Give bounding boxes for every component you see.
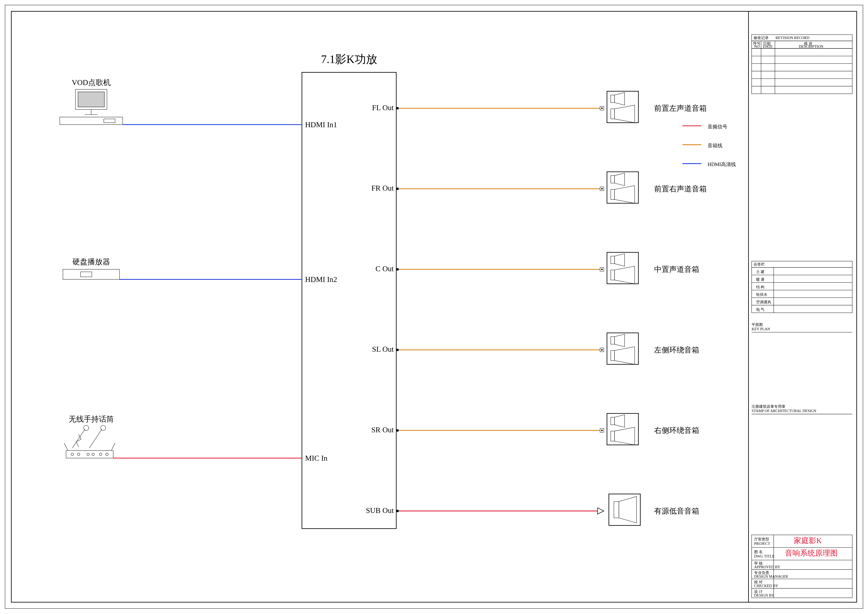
sl-port-label: SL Out [372,345,394,353]
fr-speaker-icon [607,172,639,203]
svg-rect-51 [752,261,852,267]
svg-text:DESIGN MANAGER: DESIGN MANAGER [754,574,788,578]
hdd-box-icon [63,269,119,279]
fl-port-label: FL Out [372,103,394,112]
c-speaker-label: 中置声道音箱 [654,265,699,274]
frame-inner [11,11,857,602]
hdmi-in2-label: HDMI In2 [305,275,337,283]
info-rows: 厅室类型 PROJECT 家庭影K 图 名 DWG TITLE 音响系统原理图 … [752,535,852,598]
svg-text:土 建: 土 建 [756,270,765,274]
output-fl: FL Out 前置左声道音箱 [372,91,707,123]
project-value: 家庭影K [794,536,822,545]
stamp-hdr: 注册建筑设章专用章 [752,404,786,409]
svg-point-11 [78,453,80,456]
svg-text:CHECKED BY: CHECKED BY [754,584,778,588]
keyplan-hdr: 平面图 [752,323,763,327]
svg-text:厅室类型: 厅室类型 [754,537,769,541]
svg-line-8 [64,443,68,451]
mic-receiver-icon [66,451,113,458]
svg-point-28 [396,510,399,512]
svg-line-4 [72,429,85,448]
amp-title: 7.1影K功放 [321,53,377,65]
vod-base-icon [60,117,123,124]
svg-point-15 [106,453,108,456]
svg-text:审 核: 审 核 [754,561,763,565]
svg-text:电 气: 电 气 [756,308,765,312]
legend-audio: 音频信号 [708,124,727,129]
svg-text:校 对: 校 对 [754,580,763,584]
svg-point-12 [87,453,89,456]
svg-rect-3 [81,272,92,277]
svg-text:专业负责: 专业负责 [754,570,769,575]
svg-text:KEY PLAN: KEY PLAN [752,327,770,331]
svg-point-10 [71,453,74,456]
svg-point-7 [101,425,105,431]
microphone-icon [72,425,105,448]
sr-port-label: SR Out [371,426,394,434]
svg-text:图  名: 图 名 [754,550,763,554]
signature-table: 会签栏 土 建 暖 通 结 构 给排水 空调通风 电 气 [752,261,852,312]
c-speaker-icon [607,252,639,284]
fr-port-label: FR Out [371,184,394,192]
svg-point-23 [396,107,399,110]
svg-text:PROJECT: PROJECT [754,541,770,546]
svg-text:REVISION RECORD: REVISION RECORD [775,36,809,40]
svg-text:修改记录: 修改记录 [753,36,769,40]
svg-text:DESCRIPTION: DESCRIPTION [799,44,823,48]
svg-text:STAMP OF ARCHITECTURAL DESIGN: STAMP OF ARCHITECTURAL DESIGN [752,409,816,413]
svg-point-25 [396,268,399,270]
svg-text:APPROVED BY: APPROVED BY [754,565,780,569]
sub-speaker-icon [609,494,640,525]
svg-text:结 构: 结 构 [756,285,765,289]
svg-text:设 计: 设 计 [754,589,763,594]
hdmi-in1-label: HDMI In1 [305,120,337,129]
c-port-label: C Out [375,264,394,273]
outputs-group: FL Out 前置左声道音箱 FR Out 前置右声道音箱 C Out 中置声道… [366,91,707,525]
sl-speaker-label: 左侧环绕音箱 [654,346,699,354]
sr-speaker-label: 右侧环绕音箱 [654,426,699,435]
svg-text:NO: NO [754,44,760,48]
output-sl: SL Out 左侧环绕音箱 [372,333,699,364]
svg-line-6 [89,429,102,448]
title-block: 修改记录 REVISION RECORD 序号 NO 日期 DATE 描 述 D… [752,35,852,598]
output-fr: FR Out 前置右声道音箱 [371,172,707,203]
svg-point-5 [84,425,88,431]
hdd-source: 硬盘播放器 [63,258,119,279]
svg-text:会签栏: 会签栏 [753,262,765,266]
svg-text:给排水: 给排水 [756,292,767,297]
fr-speaker-label: 前置右声道音箱 [654,185,707,193]
revision-table: 修改记录 REVISION RECORD 序号 NO 日期 DATE 描 述 D… [752,35,852,94]
svg-point-13 [92,453,95,456]
output-sr: SR Out 右侧环绕音箱 [371,413,699,445]
sl-speaker-icon [607,333,639,364]
mic-label: 无线手持话筒 [69,415,114,423]
hdd-label: 硬盘播放器 [73,258,110,266]
sr-speaker-icon [607,413,639,445]
vod-label: VOD点歌机 [72,78,111,87]
svg-text:DATE: DATE [763,44,773,48]
vod-source: VOD点歌机 [60,78,123,124]
vod-screen [78,92,104,107]
diagram-canvas: 7.1影K功放 VOD点歌机 HDMI In1 硬盘播放器 HDMI In2 无… [0,0,868,614]
svg-text:DWG TITLE: DWG TITLE [754,554,775,558]
svg-line-9 [111,443,115,451]
svg-point-27 [396,429,399,432]
svg-text:DESIGN BY: DESIGN BY [754,593,774,597]
svg-point-24 [396,187,399,190]
fl-speaker-label: 前置左声道音箱 [654,104,707,112]
sub-speaker-label: 有源低音音箱 [654,507,699,515]
fl-speaker-icon [607,91,639,123]
svg-point-14 [99,453,102,456]
drawing-title-value: 音响系统原理图 [785,549,838,557]
mic-source: 无线手持话筒 [64,415,115,458]
output-sub: SUB Out 有源低音音箱 [366,494,699,525]
output-c: C Out 中置声道音箱 [375,252,699,284]
legend-hdmi: HDMI高清线 [708,162,736,167]
frame-outer [5,5,863,608]
svg-text:空调通风: 空调通风 [756,300,771,304]
svg-rect-2 [104,119,115,123]
svg-point-26 [396,349,399,351]
legend: 音频信号 音箱线 HDMI高清线 [682,124,736,167]
legend-speaker: 音箱线 [708,143,722,148]
mic-in-label: MIC In [305,454,327,462]
